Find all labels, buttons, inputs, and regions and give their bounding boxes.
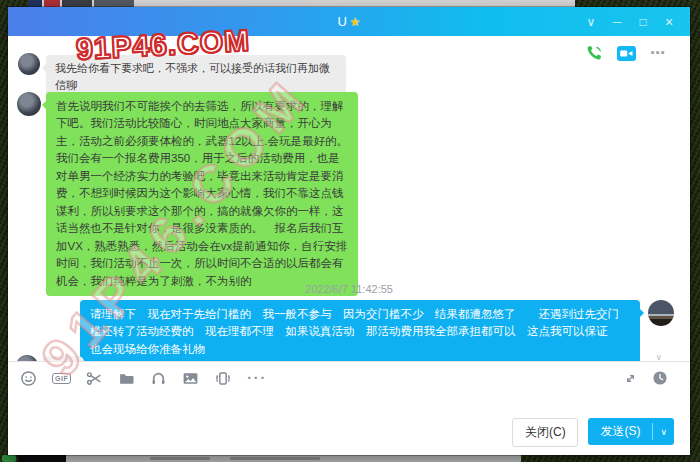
file-folder-icon[interactable] xyxy=(118,370,135,387)
collapse-window-button[interactable]: ∨ xyxy=(578,7,604,36)
screenshot-scissors-icon[interactable] xyxy=(86,370,103,387)
chat-message-sent: 请理解下 现在对于先给门槛的 我一般不参与 因为交门槛不少 结果都遭忽悠了 还遇… xyxy=(80,300,640,361)
emoji-icon[interactable] xyxy=(20,370,37,387)
send-button[interactable]: 发送(S) ∨ xyxy=(588,418,674,445)
message-list[interactable]: ⋯ 我先给你看下要求吧，不强求，可以接受的话我们再加微信聊 首先说明我们不可能挨… xyxy=(8,36,690,361)
taskbar-fragment xyxy=(18,455,66,462)
chat-message-received: 首先说明我们不可能挨个的去筛选，所以有要求的，理解下吧。我们活动比较随心，时间地… xyxy=(46,92,358,296)
star-icon: ★ xyxy=(350,15,361,29)
input-panel: GIF xyxy=(8,362,690,455)
taskbar-fragment xyxy=(230,457,320,460)
message-timestamp: 2022/6/7 11:42:55 xyxy=(8,283,690,295)
close-window-button[interactable]: × xyxy=(656,7,682,36)
more-tools-icon[interactable]: ··· xyxy=(247,374,267,382)
send-options-chevron-icon[interactable]: ∨ xyxy=(653,418,674,445)
chevron-down-icon[interactable]: ∨ xyxy=(655,352,662,361)
taskbar-icon xyxy=(2,455,16,462)
window-title: U ★ xyxy=(337,14,360,29)
headset-icon[interactable] xyxy=(150,370,167,387)
window-shake-icon[interactable] xyxy=(214,370,232,387)
self-avatar[interactable] xyxy=(648,300,674,326)
chat-history-clock-icon[interactable] xyxy=(652,370,668,386)
close-button[interactable]: 关闭(C) xyxy=(512,418,578,447)
expand-input-icon[interactable] xyxy=(623,371,638,386)
chat-window: U ★ ∨ ─ □ × ⋯ xyxy=(8,7,690,455)
send-button-label[interactable]: 发送(S) xyxy=(588,418,652,445)
voice-call-icon[interactable] xyxy=(585,44,603,62)
titlebar[interactable]: U ★ ∨ ─ □ × xyxy=(8,7,690,36)
image-icon[interactable] xyxy=(182,370,199,387)
gif-icon[interactable]: GIF xyxy=(52,373,71,384)
maximize-button[interactable]: □ xyxy=(630,7,656,36)
video-call-icon[interactable] xyxy=(617,46,636,61)
more-actions-icon[interactable]: ⋯ xyxy=(650,48,666,58)
minimize-button[interactable]: ─ xyxy=(604,7,630,36)
taskbar-fragment xyxy=(150,457,210,460)
